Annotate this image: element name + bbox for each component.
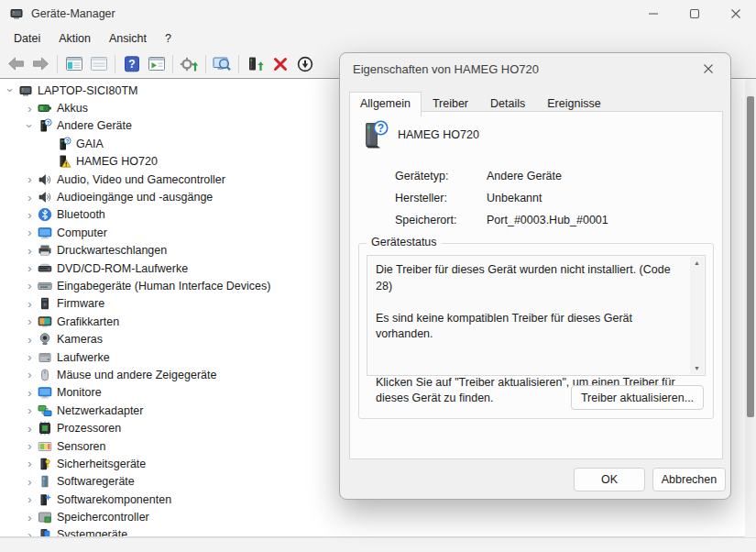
expander-collapsed-icon[interactable]: › — [23, 298, 37, 310]
status-scrollbar[interactable]: ▲ ▼ — [690, 257, 704, 374]
tab-page-allgemein: ? HAMEG HO720 Gerätetyp:Andere GeräteHer… — [349, 111, 723, 459]
properties-dialog: Eigenschaften von HAMEG HO720 AllgemeinT… — [339, 52, 731, 500]
action-pane-button[interactable] — [144, 52, 169, 75]
menu-ansicht[interactable]: Ansicht — [100, 29, 156, 48]
tree-item-label: Mäuse und andere Zeigegeräte — [57, 369, 216, 381]
menu-help[interactable]: ? — [156, 29, 181, 48]
disable-device-button[interactable] — [292, 52, 317, 75]
expander-collapsed-icon[interactable]: › — [23, 209, 37, 221]
expander-collapsed-icon[interactable]: › — [23, 512, 37, 524]
menu-datei[interactable]: Datei — [5, 29, 49, 48]
expander-collapsed-icon[interactable]: › — [23, 476, 37, 488]
scroll-up-icon[interactable]: ▲ — [694, 259, 700, 266]
monitor-icon — [37, 385, 52, 400]
toolbar-separator — [115, 55, 115, 73]
expander-collapsed-icon[interactable]: › — [23, 440, 37, 452]
speaker-icon — [37, 190, 52, 204]
expander-collapsed-icon[interactable]: › — [23, 387, 37, 399]
cancel-button[interactable]: Abbrechen — [652, 468, 726, 491]
tree-item-label: GAIA — [76, 138, 104, 150]
tree-item-systemgerate[interactable]: ›Systemgeräte — [0, 526, 756, 537]
field-value: Andere Geräte — [487, 170, 562, 182]
scan-hardware-changes-button[interactable] — [210, 52, 235, 75]
svg-text:?: ? — [46, 120, 49, 126]
uninstall-device-button[interactable] — [268, 52, 292, 75]
tree-item-label: Computer — [57, 226, 107, 239]
field-label: Hersteller: — [395, 192, 487, 204]
expander-collapsed-icon[interactable]: › — [23, 226, 37, 238]
arrow-left-icon — [6, 56, 26, 72]
sensor-icon — [37, 439, 52, 454]
minimize-icon[interactable] — [632, 0, 674, 28]
expander-expanded-icon[interactable]: › — [24, 119, 36, 133]
disc-drive-icon — [37, 261, 52, 276]
tree-item-label: Sensoren — [57, 440, 106, 453]
tree-item-label: Akkus — [57, 102, 88, 115]
toolbar-separator — [238, 55, 239, 73]
gear-update-icon — [180, 56, 199, 72]
gpu-icon — [37, 315, 52, 329]
expander-collapsed-icon[interactable]: › — [23, 280, 37, 292]
expander-expanded-icon[interactable]: › — [5, 83, 16, 97]
field-label: Gerätetyp: — [395, 170, 487, 182]
tree-item-label: DVD/CD-ROM-Laufwerke — [57, 262, 188, 275]
firmware-icon — [37, 296, 52, 311]
menu-aktion[interactable]: Aktion — [49, 29, 100, 48]
tree-item-speichercontroller[interactable]: ›Speichercontroller — [0, 508, 756, 525]
expander-collapsed-icon[interactable]: › — [23, 351, 37, 363]
scroll-down-icon[interactable]: ▼ — [694, 365, 700, 371]
unknown-device-icon: ? — [56, 137, 71, 151]
dialog-close-icon[interactable] — [696, 57, 721, 81]
tree-item-label: Druckwarteschlangen — [57, 244, 167, 257]
window-controls — [632, 0, 756, 28]
maximize-icon[interactable] — [674, 0, 715, 28]
help-button[interactable]: ? — [119, 52, 144, 75]
expander-collapsed-icon[interactable]: › — [23, 315, 37, 327]
tab-allgemein[interactable]: Allgemein — [349, 92, 422, 116]
tab-details[interactable]: Details — [479, 93, 536, 116]
printer-icon — [37, 243, 52, 258]
expander-collapsed-icon[interactable]: › — [23, 334, 37, 346]
device-manager-window: Geräte-Manager DateiAktionAnsicht? ? ›LA… — [0, 0, 756, 552]
disk-icon — [37, 350, 52, 365]
mouse-icon — [37, 368, 52, 382]
svg-text:?: ? — [65, 138, 69, 144]
tree-item-label: Softwaregeräte — [57, 475, 135, 488]
computer-icon — [17, 83, 33, 98]
field-hersteller: Hersteller:Unbekannt — [395, 187, 608, 209]
update-driver-button[interactable]: Treiber aktualisieren... — [571, 385, 704, 410]
tab-ereignisse[interactable]: Ereignisse — [536, 93, 611, 116]
show-console-tree-button[interactable] — [61, 52, 86, 75]
ok-button[interactable]: OK — [574, 468, 645, 491]
update-driver-software-button[interactable] — [243, 52, 268, 75]
expander-collapsed-icon[interactable]: › — [23, 404, 37, 416]
device-fields: Gerätetyp:Andere GeräteHersteller:Unbeka… — [395, 165, 608, 231]
tree-scrollbar[interactable] — [745, 79, 756, 537]
expander-collapsed-icon[interactable]: › — [23, 103, 37, 115]
expander-collapsed-icon[interactable]: › — [23, 458, 37, 469]
window-properties-icon — [90, 56, 108, 72]
expander-collapsed-icon[interactable]: › — [23, 423, 37, 435]
expander-collapsed-icon[interactable]: › — [23, 173, 37, 185]
groupbox-legend: Gerätestatus — [367, 236, 442, 248]
back-button — [4, 52, 28, 75]
expander-collapsed-icon[interactable]: › — [23, 262, 37, 274]
window-action-icon — [148, 56, 166, 72]
tree-item-label: Sicherheitsgeräte — [57, 458, 146, 470]
expander-collapsed-icon[interactable]: › — [23, 529, 37, 537]
toolbar-separator — [172, 55, 173, 73]
arrow-right-icon — [31, 56, 50, 72]
properties-button[interactable] — [86, 52, 111, 75]
tree-scrollbar-thumb[interactable] — [747, 96, 754, 417]
expander-collapsed-icon[interactable]: › — [23, 493, 37, 505]
tree-item-label: Speichercontroller — [57, 511, 149, 524]
expander-collapsed-icon[interactable]: › — [23, 192, 37, 204]
tree-item-label: Audio, Video und Gamecontroller — [57, 173, 225, 186]
expander-collapsed-icon[interactable]: › — [23, 245, 37, 257]
expander-collapsed-icon[interactable]: › — [23, 369, 37, 381]
tab-treiber[interactable]: Treiber — [422, 93, 479, 116]
tree-item-label: Audioeingänge und -ausgänge — [57, 191, 213, 204]
update-driver-button[interactable] — [177, 52, 202, 75]
tree-item-label: Laufwerke — [57, 351, 110, 364]
close-icon[interactable] — [715, 0, 756, 28]
